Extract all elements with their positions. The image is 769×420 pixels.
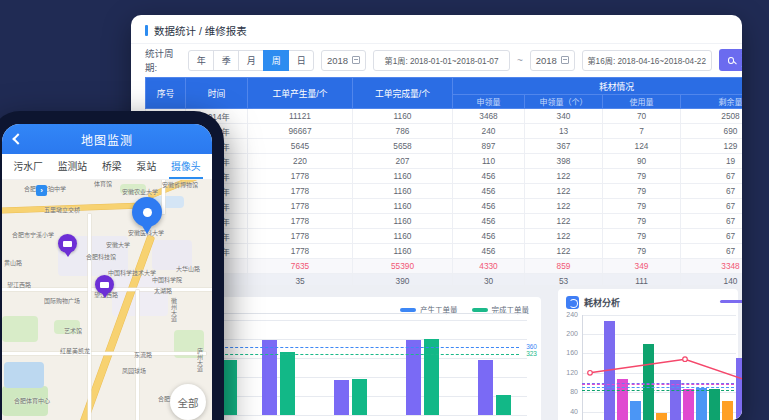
calendar-icon bbox=[352, 56, 360, 64]
cell-value: 1160 bbox=[353, 229, 453, 244]
cell-value: 122 bbox=[525, 229, 603, 244]
phone-tab-bar: 污水厂监测站桥梁泵站摄像头 bbox=[2, 154, 212, 180]
table-row[interactable]: 92022年177811604561227967 bbox=[146, 229, 743, 244]
total-value: 4330 bbox=[453, 259, 525, 274]
table-row[interactable]: 12014年1112111603468340702508 bbox=[146, 109, 743, 124]
sub-column-header: 使用量 bbox=[603, 95, 681, 109]
start-week-input[interactable]: 第1周: 2018-01-01~2018-01-07 bbox=[373, 50, 510, 71]
bar-完成工单量 bbox=[280, 352, 295, 415]
cell-value: 1778 bbox=[248, 229, 353, 244]
cell-value: 690 bbox=[681, 124, 743, 139]
back-chevron-icon[interactable] bbox=[12, 133, 23, 144]
cell-value: 897 bbox=[453, 139, 525, 154]
query-button[interactable]: 查询 bbox=[719, 49, 742, 71]
period-option-年[interactable]: 年 bbox=[188, 50, 214, 71]
cell-value: 367 bbox=[525, 139, 603, 154]
table-row[interactable]: 82021年177811604561227967 bbox=[146, 214, 743, 229]
bar-series-purple bbox=[736, 358, 742, 420]
cell-value: 122 bbox=[525, 199, 603, 214]
map-area-patch bbox=[2, 316, 38, 342]
cell-value: 67 bbox=[681, 184, 743, 199]
period-segmented-control: 年季月周日 bbox=[188, 50, 314, 71]
bar-series-blue bbox=[630, 401, 641, 420]
cell-value: 79 bbox=[603, 169, 681, 184]
cell-value: 1160 bbox=[353, 109, 453, 124]
cell-value: 70 bbox=[603, 109, 681, 124]
cell-value: 3468 bbox=[453, 109, 525, 124]
bar-产生工单量 bbox=[478, 360, 493, 415]
map-label: 大华山路 bbox=[176, 266, 200, 273]
column-header: 序号 bbox=[146, 78, 186, 109]
map-label: 东流路 bbox=[134, 352, 152, 359]
phone-app-title: 地图监测 bbox=[81, 131, 133, 148]
plot-top-border bbox=[195, 313, 527, 314]
cell-value: 5645 bbox=[248, 139, 353, 154]
table-row[interactable]: 32016年56455658897367124129 bbox=[146, 139, 743, 154]
tab-监测站[interactable]: 监测站 bbox=[56, 154, 89, 179]
map-label: 体育馆 bbox=[94, 181, 112, 188]
reference-line bbox=[582, 383, 734, 384]
y-axis-tick: 40 bbox=[560, 408, 578, 415]
reference-line-label: 360 bbox=[526, 343, 537, 350]
query-button-label: 查询 bbox=[738, 46, 742, 74]
cell-value: 67 bbox=[681, 244, 743, 259]
cell-value: 79 bbox=[603, 199, 681, 214]
cell-value: 1160 bbox=[353, 244, 453, 259]
repair-report-table: 序号时间工单产生量/个工单完成量/个耗材情况申领量申领量（个）使用量剩余量120… bbox=[145, 77, 742, 289]
table-row[interactable]: 22015年96667786240137690 bbox=[146, 124, 743, 139]
end-year-select[interactable]: 2018 bbox=[530, 50, 575, 71]
screenshot-canvas: 数据统计 / 维修报表 统计周期: 年季月周日 2018 第1周: 2018-0… bbox=[0, 0, 769, 420]
cell-value: 79 bbox=[603, 214, 681, 229]
cell-value: 456 bbox=[453, 229, 525, 244]
table-row[interactable]: 62019年177811604561227967 bbox=[146, 184, 743, 199]
cell-value: 240 bbox=[453, 124, 525, 139]
map-view[interactable]: › 合肥市琥珀中学体育馆安徽农业大学安徽省博物馆五里墩立交桥合肥市宁溪小学安徽医… bbox=[2, 180, 212, 420]
period-option-月[interactable]: 月 bbox=[238, 50, 264, 71]
tab-污水厂[interactable]: 污水厂 bbox=[11, 154, 44, 179]
tab-桥梁[interactable]: 桥梁 bbox=[100, 154, 124, 179]
tab-泵站[interactable]: 泵站 bbox=[135, 154, 159, 179]
bar-series-purple bbox=[670, 380, 681, 420]
table-row[interactable]: 42017年2202071103989019 bbox=[146, 154, 743, 169]
total-value: 7635 bbox=[248, 259, 353, 274]
map-label: 安徽农业大学 bbox=[122, 189, 158, 196]
period-label: 统计周期: bbox=[145, 46, 181, 74]
cell-value: 1160 bbox=[353, 199, 453, 214]
map-label: 艺术馆 bbox=[64, 328, 82, 335]
table-row[interactable]: 72020年177811604561227967 bbox=[146, 199, 743, 214]
cell-value: 129 bbox=[681, 139, 743, 154]
cell-value: 122 bbox=[525, 244, 603, 259]
bar-完成工单量 bbox=[424, 339, 439, 415]
column-header: 时间 bbox=[186, 78, 248, 109]
start-year-select[interactable]: 2018 bbox=[321, 50, 366, 71]
gridline bbox=[195, 358, 527, 359]
period-option-周[interactable]: 周 bbox=[263, 50, 289, 71]
camera-marker[interactable] bbox=[95, 275, 114, 294]
cell-value: 1778 bbox=[248, 199, 353, 214]
cell-value: 7 bbox=[603, 124, 681, 139]
total-value: 349 bbox=[603, 259, 681, 274]
start-year-value: 2018 bbox=[327, 55, 348, 66]
period-option-日[interactable]: 日 bbox=[288, 50, 314, 71]
camera-marker[interactable] bbox=[58, 234, 77, 253]
selected-location-pin[interactable] bbox=[132, 197, 162, 227]
cell-value: 90 bbox=[603, 154, 681, 169]
map-label: 安徽大学 bbox=[106, 242, 130, 249]
map-label: 红星美凯龙 bbox=[60, 348, 90, 355]
map-label: 合肥科技馆 bbox=[86, 254, 116, 261]
consumables-chart-card: 耗材分析 2402001601208040 bbox=[558, 289, 738, 420]
map-label: 合肥体育中心 bbox=[14, 398, 50, 405]
show-all-button[interactable]: 全部 bbox=[170, 384, 206, 420]
tab-摄像头[interactable]: 摄像头 bbox=[169, 154, 202, 179]
cell-value: 79 bbox=[603, 244, 681, 259]
y-axis-tick: 160 bbox=[560, 349, 578, 356]
table-row[interactable]: 52018年177811604561227967 bbox=[146, 169, 743, 184]
map-expander-button[interactable]: › bbox=[36, 185, 47, 196]
cell-value: 124 bbox=[603, 139, 681, 154]
table-row[interactable]: 102023年177811604561227967 bbox=[146, 244, 743, 259]
cell-value: 398 bbox=[525, 154, 603, 169]
period-option-季[interactable]: 季 bbox=[213, 50, 239, 71]
cell-value: 79 bbox=[603, 229, 681, 244]
end-week-input[interactable]: 第16周: 2018-04-16~2018-04-22 bbox=[582, 50, 712, 71]
cell-value: 13 bbox=[525, 124, 603, 139]
